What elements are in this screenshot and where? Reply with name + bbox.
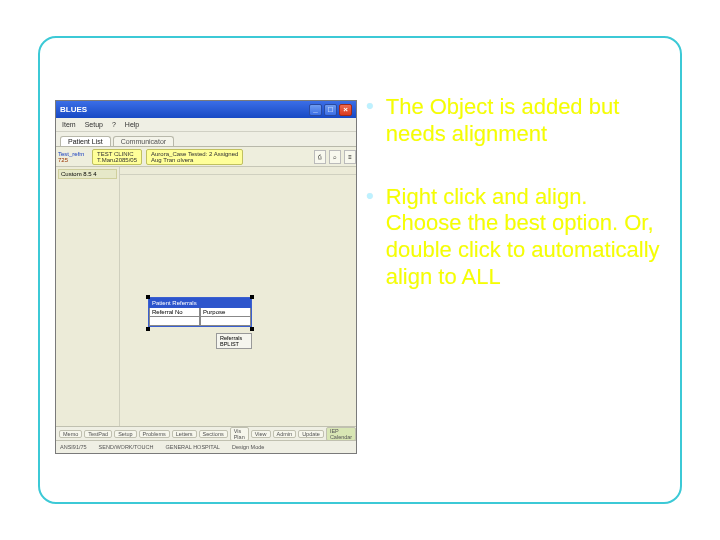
status-segment: ANSI91/75 (60, 444, 87, 450)
bottom-tab[interactable]: TestPad (84, 430, 112, 438)
status-segment: GENERAL HOSPITAL (166, 444, 220, 450)
menubar: Item Setup ? Help (56, 118, 356, 132)
toolbar-file-label: Test_refm (58, 151, 88, 157)
resize-handle[interactable] (146, 327, 150, 331)
work-area: Custom 8.5 4 Patient Referrals Referral … (56, 167, 356, 426)
bottom-tab[interactable]: Sections (199, 430, 228, 438)
report-object-selection: Patient Referrals Referral No Purpose (148, 297, 252, 327)
bottom-tab-strip: Memo TestPad Setup Problems Letters Sect… (56, 426, 356, 440)
slide-container: BLUES _ □ × Item Setup ? Help Patient Li… (0, 0, 720, 540)
toolbar: Test_refm 725 TEST CLINIC T.Maru2085/05 … (56, 147, 356, 167)
menu-item[interactable]: Item (62, 121, 76, 128)
status-bar: ANSI91/75 SEND/WORK/TOUCH GENERAL HOSPIT… (56, 440, 356, 453)
bottom-tab[interactable]: Setup (114, 430, 136, 438)
slide-frame: BLUES _ □ × Item Setup ? Help Patient Li… (38, 36, 682, 504)
bottom-tab[interactable]: Letters (172, 430, 197, 438)
window-maximize-button[interactable]: □ (324, 104, 337, 116)
status-segment: SEND/WORK/TOUCH (99, 444, 154, 450)
left-column: BLUES _ □ × Item Setup ? Help Patient Li… (40, 38, 360, 502)
titlebar: BLUES _ □ × (56, 101, 356, 118)
status-segment: Design Mode (232, 444, 264, 450)
sidebar-header[interactable]: Custom 8.5 4 (58, 169, 117, 179)
resize-handle[interactable] (250, 327, 254, 331)
sidebar: Custom 8.5 4 (56, 167, 120, 426)
bullet-list: • The Object is added but needs alignmen… (366, 94, 662, 291)
resize-handle[interactable] (146, 295, 150, 299)
bottom-tab[interactable]: Vis Plan (230, 427, 249, 441)
list-item: • The Object is added but needs alignmen… (366, 94, 662, 148)
object-column-header: Referral No (149, 308, 200, 317)
toolbar-case-button[interactable]: Aurora_Case Tested: 2 Assigned Aug Tran … (146, 149, 243, 165)
tab-communicator[interactable]: Communicator (113, 136, 175, 146)
toolbar-icon-button[interactable]: ≡ (344, 150, 356, 164)
tab-patient-list[interactable]: Patient List (60, 136, 111, 146)
resize-handle[interactable] (250, 295, 254, 299)
toolbar-clinic-line1: TEST CLINIC (97, 151, 137, 157)
bottom-tab[interactable]: Admin (273, 430, 297, 438)
bullet-text: The Object is added but needs alignment (386, 94, 662, 148)
menu-item[interactable]: ? (112, 121, 116, 128)
right-column: • The Object is added but needs alignmen… (360, 38, 680, 502)
toolbar-id-label: 725 (58, 157, 88, 163)
bullet-text: Right click and align. Choose the best o… (386, 184, 662, 291)
toolbar-clinic-button[interactable]: TEST CLINIC T.Maru2085/05 (92, 149, 142, 165)
toolbar-clinic-line2: T.Maru2085/05 (97, 157, 137, 163)
report-object[interactable]: Patient Referrals Referral No Purpose (148, 297, 252, 327)
window-minimize-button[interactable]: _ (309, 104, 322, 116)
menu-item[interactable]: Help (125, 121, 139, 128)
bottom-tab[interactable]: Update (298, 430, 324, 438)
app-title: BLUES (60, 105, 87, 114)
list-item: • Right click and align. Choose the best… (366, 184, 662, 291)
bottom-tab[interactable]: Memo (59, 430, 82, 438)
window-close-button[interactable]: × (339, 104, 352, 116)
tab-strip: Patient List Communicator (56, 132, 356, 147)
toolbar-case-line2: Aug Tran olvera (151, 157, 238, 163)
bullet-icon: • (366, 184, 374, 291)
app-window: BLUES _ □ × Item Setup ? Help Patient Li… (55, 100, 357, 454)
object-cell (149, 317, 200, 326)
menu-item[interactable]: Setup (85, 121, 103, 128)
bottom-tab[interactable]: Problems (139, 430, 170, 438)
toolbar-left-info: Test_refm 725 (56, 151, 90, 163)
object-tag[interactable]: Referrals BPLIST (216, 333, 252, 349)
object-column-header: Purpose (200, 308, 251, 317)
bullet-icon: • (366, 94, 374, 148)
ruler (120, 167, 356, 175)
object-caption: Patient Referrals (149, 298, 251, 308)
toolbar-icon-button[interactable]: ⌕ (329, 150, 341, 164)
toolbar-icon-button[interactable]: ⎙ (314, 150, 326, 164)
bottom-tab-active[interactable]: IEP Calendar (326, 427, 356, 441)
design-canvas[interactable]: Patient Referrals Referral No Purpose (120, 167, 356, 426)
bottom-tab[interactable]: View (251, 430, 271, 438)
toolbar-case-line1: Aurora_Case Tested: 2 Assigned (151, 151, 238, 157)
object-cell (200, 317, 251, 326)
